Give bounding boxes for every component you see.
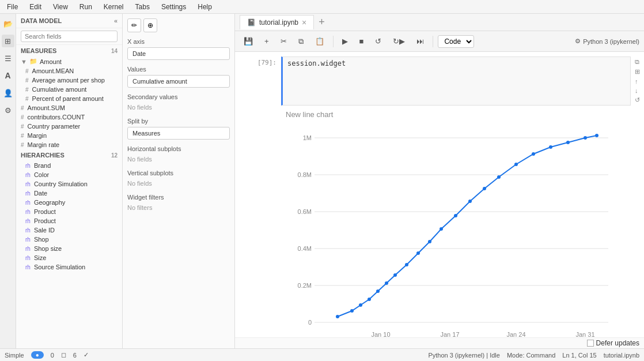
cell-type-select[interactable]: Code <box>438 35 474 48</box>
hierarchy-label: Sale ID <box>34 227 55 234</box>
add-tab-icon[interactable]: + <box>316 16 327 28</box>
cell-number: [79]: <box>257 59 276 66</box>
svg-text:0.4M: 0.4M <box>298 245 312 252</box>
svg-text:Jan 24: Jan 24 <box>506 331 525 337</box>
measure-contributors[interactable]: # contributors.COUNT <box>16 112 122 122</box>
toggle-icon[interactable]: ● <box>31 351 44 359</box>
measure-cumulative[interactable]: # Cumulative amount <box>16 85 122 94</box>
mode-label: Simple <box>5 352 24 359</box>
menu-run[interactable]: Run <box>77 2 94 12</box>
hierarchy-color[interactable]: rh Color <box>16 170 122 179</box>
edit-config-btn[interactable]: ✏ <box>127 18 141 32</box>
hierarchy-brand[interactable]: rh Brand <box>16 161 122 170</box>
search-box <box>16 28 122 45</box>
hierarchy-geography[interactable]: rh Geography <box>16 198 122 207</box>
measure-label: Percent of parent amount <box>32 95 104 102</box>
data-model-icon[interactable]: ⊞ <box>2 35 14 47</box>
hierarchy-sale-id[interactable]: rh Sale ID <box>16 225 122 235</box>
menu-view[interactable]: View <box>51 2 70 12</box>
menu-edit[interactable]: Edit <box>27 2 44 12</box>
kernel-status: Python 3 (ipykernel) | Idle <box>428 352 500 359</box>
measures-amount-folder[interactable]: ▼ 📁 Amount <box>16 57 122 66</box>
hierarchy-country-sim[interactable]: rh Country Simulation <box>16 179 122 189</box>
restart-btn[interactable]: ↺ <box>371 35 385 47</box>
measure-amount-mean[interactable]: # Amount.MEAN <box>16 66 122 76</box>
measure-amount-sum[interactable]: # Amount.SUM <box>16 103 122 112</box>
x-axis-value[interactable]: Date <box>127 47 230 60</box>
status-right: Python 3 (ipykernel) | Idle Mode: Comman… <box>428 352 639 359</box>
values-value[interactable]: Cumulative amount <box>127 75 230 88</box>
folder-icon[interactable]: 📂 <box>2 17 14 30</box>
table-view-icon[interactable]: ☰ <box>2 52 14 65</box>
svg-point-17 <box>336 315 339 318</box>
notebook-tab[interactable]: 📓 tutorial.ipynb × <box>240 15 314 29</box>
hierarchy-product2[interactable]: rh Product <box>16 216 122 225</box>
hierarchy-size[interactable]: rh Size <box>16 253 122 262</box>
widget-filters-label: Widget filters <box>127 194 230 201</box>
split-by-label: Split by <box>127 118 230 125</box>
hierarchy-label: Shop <box>34 236 49 243</box>
measure-percent-parent[interactable]: # Percent of parent amount <box>16 94 122 103</box>
tab-close-icon[interactable]: × <box>302 18 306 27</box>
menu-kernel[interactable]: Kernel <box>101 2 126 12</box>
cell-prompt: [79]: <box>235 57 281 106</box>
measure-label: Country parameter <box>28 123 81 130</box>
paste-btn[interactable]: 📋 <box>311 35 328 47</box>
svg-point-29 <box>468 200 472 203</box>
values-section: Values Cumulative amount <box>127 66 230 88</box>
duplicate-config-btn[interactable]: ⊕ <box>143 18 157 32</box>
hierarchy-source-sim[interactable]: rh Source Simulation <box>16 262 122 272</box>
hierarchy-date[interactable]: rh Date <box>16 189 122 198</box>
menu-tabs[interactable]: Tabs <box>133 2 152 12</box>
hierarchy-label: Date <box>34 190 47 197</box>
search-input[interactable] <box>21 31 118 42</box>
expand-cell-btn[interactable]: ⊞ <box>633 67 642 76</box>
folder-expand-icon: ▼ <box>21 58 27 65</box>
measure-margin[interactable]: # Margin <box>16 131 122 140</box>
cursor-pos: Ln 1, Col 15 <box>562 352 596 359</box>
hierarchy-product1[interactable]: rh Product <box>16 207 122 216</box>
move-down-btn[interactable]: ↓ <box>633 87 642 95</box>
collapse-icon[interactable]: « <box>114 17 118 24</box>
add-cell-btn[interactable]: + <box>260 35 273 47</box>
col-num: 6 <box>73 352 77 359</box>
text-icon[interactable]: A <box>2 69 14 82</box>
split-by-value[interactable]: Measures <box>127 127 230 140</box>
measure-margin-rate[interactable]: # Margin rate <box>16 140 122 149</box>
cut-btn[interactable]: ✂ <box>276 35 291 47</box>
svg-point-30 <box>483 187 486 190</box>
secondary-values-no-fields: No fields <box>127 103 230 112</box>
hierarchy-shop[interactable]: rh Shop <box>16 235 122 244</box>
save-btn[interactable]: 💾 <box>240 35 257 47</box>
extension-icon[interactable]: ⚙ <box>2 104 14 116</box>
cell-code[interactable]: session.widget <box>281 57 631 106</box>
svg-point-18 <box>350 309 354 313</box>
defer-updates-checkbox[interactable] <box>587 340 594 347</box>
cell-actions: ⧉ ⊞ ↑ ↓ ↺ <box>631 57 644 106</box>
menu-file[interactable]: File <box>5 2 20 12</box>
svg-point-37 <box>595 134 598 137</box>
svg-point-20 <box>368 298 371 301</box>
svg-point-28 <box>454 214 457 217</box>
file-name: tutorial.ipynb <box>604 352 639 359</box>
svg-point-23 <box>393 273 397 277</box>
measure-country-param[interactable]: # Country parameter <box>16 122 122 131</box>
kernel-info: ⚙ Python 3 (ipykernel) <box>575 37 639 45</box>
stop-btn[interactable]: ■ <box>355 35 368 47</box>
restart-cell-btn[interactable]: ↺ <box>633 96 642 104</box>
user-icon[interactable]: 👤 <box>2 87 14 99</box>
measure-avg-amount[interactable]: # Average amount per shop <box>16 76 122 85</box>
restart-run-btn[interactable]: ↻▶ <box>389 35 409 47</box>
hierarchy-shop-size[interactable]: rh Shop size <box>16 244 122 253</box>
kernel-label: Python 3 (ipykernel) <box>583 38 639 45</box>
defer-updates-bar: Defer updates <box>235 337 644 348</box>
copy-cell-btn[interactable]: ⧉ <box>633 58 642 66</box>
menu-settings[interactable]: Settings <box>159 2 188 12</box>
copy-btn[interactable]: ⧉ <box>294 35 308 48</box>
fast-forward-btn[interactable]: ⏭ <box>412 35 428 47</box>
move-up-btn[interactable]: ↑ <box>633 77 642 85</box>
measures-section-header: MEASURES 14 <box>16 45 122 57</box>
hierarchy-label: Geography <box>34 199 65 206</box>
run-btn[interactable]: ▶ <box>338 35 352 47</box>
menu-help[interactable]: Help <box>195 2 214 12</box>
